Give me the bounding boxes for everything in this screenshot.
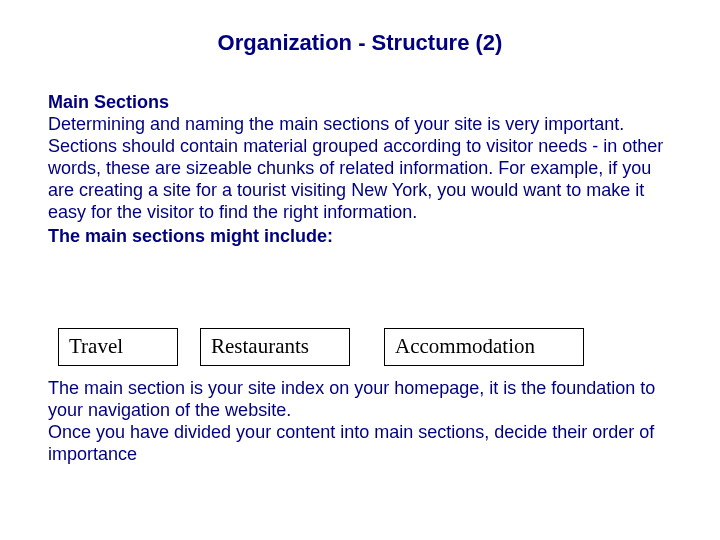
footer-text: The main section is your site index on y… [48,378,672,466]
box-accommodation: Accommodation [384,328,584,366]
footer-line-2: Once you have divided your content into … [48,422,672,466]
slide: Organization - Structure (2) Main Sectio… [0,0,720,540]
section-lead-in: The main sections might include: [48,226,672,248]
body-text: Main Sections Determining and naming the… [48,92,672,248]
slide-title: Organization - Structure (2) [0,30,720,56]
footer-line-1: The main section is your site index on y… [48,378,672,422]
section-paragraph: Determining and naming the main sections… [48,114,672,224]
box-travel: Travel [58,328,178,366]
box-restaurants: Restaurants [200,328,350,366]
section-subhead: Main Sections [48,92,672,114]
